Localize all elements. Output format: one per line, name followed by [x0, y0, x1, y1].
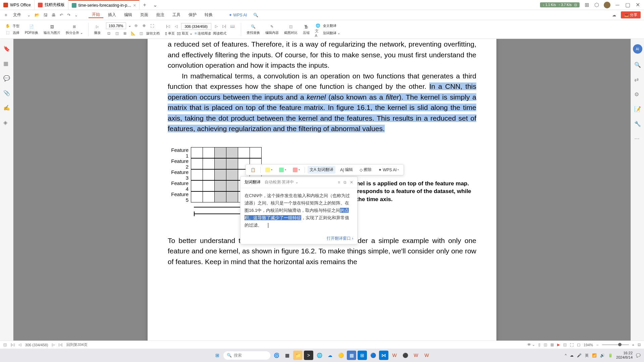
- layout1-icon[interactable]: ▯: [538, 343, 540, 347]
- tab-document[interactable]: time-series-forecasting-in-p… ×: [68, 0, 140, 10]
- last-page-icon[interactable]: ▷|: [221, 23, 227, 29]
- book-icon[interactable]: 📖: [229, 23, 235, 29]
- app3-icon[interactable]: ⚫: [400, 351, 410, 360]
- menu-protect[interactable]: 保护: [185, 12, 200, 18]
- translation-body[interactable]: 在CNN中，这个操作发生在输入和内核之间（也称为过滤器）之间。核只是一个放在特征…: [240, 188, 357, 233]
- edit-content-button[interactable]: ✎编辑内容: [264, 24, 280, 35]
- zoom-out-button[interactable]: −: [596, 343, 598, 347]
- avatar[interactable]: [604, 2, 610, 8]
- chrome-icon[interactable]: 🟡: [336, 351, 345, 360]
- layout5-icon[interactable]: ◫: [563, 343, 567, 347]
- calculator-icon[interactable]: ⊞: [358, 351, 367, 360]
- layout4-icon[interactable]: ▶: [557, 343, 560, 347]
- save-icon[interactable]: 🖫: [42, 13, 49, 17]
- bookmark-icon[interactable]: 🔖: [3, 46, 10, 52]
- attachments-icon[interactable]: 📎: [3, 90, 10, 97]
- layout2-icon[interactable]: ◫: [544, 343, 547, 347]
- wifi-icon[interactable]: 📶: [592, 353, 597, 358]
- app-icon[interactable]: ⊞: [584, 2, 590, 8]
- zoom-dropdown[interactable]: ⌄: [128, 23, 131, 28]
- open-icon[interactable]: 📂: [33, 13, 41, 17]
- full-translate-button[interactable]: 🌐全文翻译: [314, 23, 341, 29]
- mic-icon[interactable]: 🎤: [577, 353, 582, 358]
- search-icon[interactable]: 🔍: [634, 62, 641, 68]
- panel-toggle-icon[interactable]: ◫: [3, 343, 7, 347]
- menu-edit[interactable]: 编辑: [121, 12, 136, 18]
- prev-page-button[interactable]: ◁: [18, 343, 21, 347]
- erase-button[interactable]: ◇ 擦除: [358, 166, 374, 174]
- ime-icon[interactable]: 英: [585, 353, 589, 358]
- prev-page-icon[interactable]: ◁: [173, 23, 179, 29]
- tab-close-button[interactable]: ×: [133, 3, 136, 8]
- measure-icon[interactable]: ◫: [138, 31, 144, 37]
- close-button[interactable]: ✕: [635, 2, 641, 8]
- chevron-down-icon[interactable]: ⌄: [73, 13, 79, 17]
- more-icon[interactable]: ⋯: [634, 135, 641, 142]
- zoom-slider[interactable]: [602, 344, 629, 345]
- document-area[interactable]: a reduced set of features. Therefore, it…: [13, 39, 631, 354]
- screenshot-compare-button[interactable]: ◫截图对比: [283, 24, 299, 35]
- wps1-icon[interactable]: W: [390, 351, 399, 360]
- highlight-red-button[interactable]: ▾: [291, 167, 302, 173]
- tools-icon[interactable]: 🔧: [634, 121, 641, 127]
- menu-start[interactable]: 开始: [89, 12, 103, 18]
- onedrive-icon[interactable]: ☁: [325, 351, 335, 360]
- settings-icon[interactable]: ⚙: [634, 91, 641, 98]
- menu-convert[interactable]: 转换: [201, 12, 216, 18]
- edge-icon[interactable]: 🌐: [315, 351, 324, 360]
- file-menu[interactable]: 文件: [10, 12, 24, 18]
- volume-icon[interactable]: 🔊: [600, 353, 605, 358]
- find-replace-button[interactable]: 🔍查找替换: [245, 24, 261, 35]
- cloud-icon[interactable]: ☁: [611, 13, 618, 17]
- terminal-icon[interactable]: >: [304, 351, 313, 360]
- clock[interactable]: 16:22 2024/8/14: [616, 351, 633, 360]
- note-icon[interactable]: 📝: [634, 106, 641, 113]
- weather-icon[interactable]: ☁: [570, 353, 574, 358]
- taskbar-search[interactable]: 🔍 搜索: [223, 351, 270, 360]
- transfer-icon[interactable]: ⇄: [634, 76, 641, 83]
- last-page-button[interactable]: ▷|: [59, 343, 62, 347]
- translate-button[interactable]: 文A 划词翻译: [308, 166, 335, 174]
- tab-template[interactable]: 找稻壳模板: [35, 0, 68, 10]
- wps2-icon[interactable]: W: [411, 351, 421, 360]
- menu-icon[interactable]: ≡: [338, 180, 340, 185]
- layers-icon[interactable]: ◈: [3, 119, 10, 126]
- tab-wps-office[interactable]: WPS Office: [0, 0, 35, 10]
- crop2-icon[interactable]: ◫: [114, 31, 120, 37]
- zoom-in-button[interactable]: +: [632, 343, 634, 347]
- back-to-page[interactable]: 回到第334页: [66, 342, 87, 347]
- continuous-button[interactable]: ≡ 连续阅读: [195, 31, 211, 36]
- open-translate-window-link[interactable]: 打开翻译窗口 ›: [327, 236, 353, 241]
- first-page-button[interactable]: |◁: [11, 343, 14, 347]
- menu-toggle-icon[interactable]: ≡: [3, 13, 8, 17]
- ruler-icon[interactable]: 📐: [130, 31, 136, 37]
- highlight-color-button[interactable]: ▾: [263, 167, 274, 173]
- fit-button[interactable]: ⊡: [638, 343, 641, 347]
- single-page-button[interactable]: ▯ 单页: [165, 31, 175, 36]
- translation-mode[interactable]: 自动检测·英译中 ⌄: [265, 179, 299, 185]
- wps-ai-menu[interactable]: ✦ WPS AI: [225, 13, 251, 17]
- highlight-green-button[interactable]: ▾: [277, 167, 288, 173]
- popout-icon[interactable]: ⧉: [343, 180, 346, 185]
- split-merge-button[interactable]: ⊞拆分合并 ⌄: [64, 24, 84, 35]
- comments-icon[interactable]: 💬: [3, 75, 10, 82]
- start-button[interactable]: ⊞: [213, 351, 222, 360]
- share-button[interactable]: 📤 分享: [621, 11, 641, 18]
- play-button[interactable]: ▷播放: [93, 24, 102, 35]
- zoom-in-icon[interactable]: ⊕: [141, 23, 147, 29]
- layout6-icon[interactable]: ⛶: [570, 343, 574, 347]
- cortana-icon[interactable]: 🌀: [272, 351, 281, 360]
- layout7-icon[interactable]: ▢: [577, 343, 580, 347]
- ai-badge[interactable]: AI: [633, 44, 642, 54]
- select-tool[interactable]: ⬚选择: [3, 30, 21, 36]
- new-tab-button[interactable]: +: [140, 2, 149, 8]
- close-icon[interactable]: ✕: [350, 180, 353, 185]
- status-page[interactable]: 306 (334/458): [25, 343, 48, 347]
- double-page-button[interactable]: ▯▯ 双页 ⌄: [177, 31, 193, 36]
- read-mode-button[interactable]: 阅读模式: [213, 31, 226, 36]
- page-input[interactable]: [181, 23, 211, 30]
- view-mode-icon[interactable]: 👁 ⌄: [527, 343, 535, 347]
- signature-icon[interactable]: ✍: [3, 105, 10, 111]
- compress-button[interactable]: 🗜压缩: [302, 24, 311, 35]
- tray-chevron-icon[interactable]: ^: [565, 353, 567, 357]
